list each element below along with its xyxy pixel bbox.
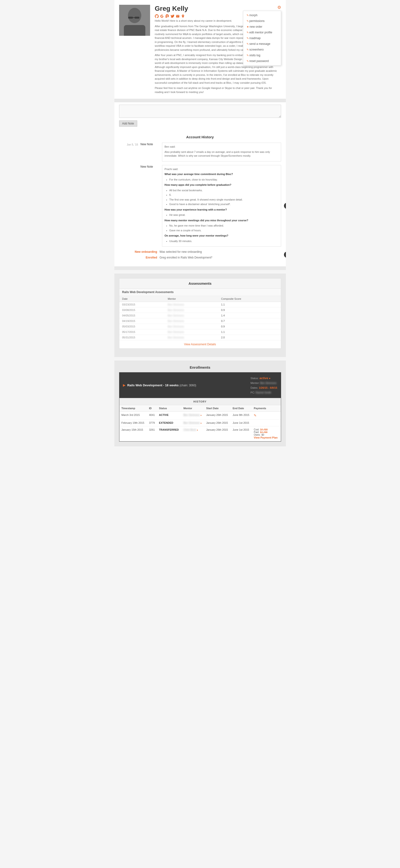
assessment-date: 05/31/2015 [119,335,165,340]
assessment-mentor: Ben Simmons [165,318,218,324]
github-icon[interactable] [155,14,159,19]
event-row-1: New onboarding Was selected for new onbo… [119,250,281,253]
history-author-2: Prachi said: [165,167,278,171]
row2-mentor: Ben Simmons ● [181,419,204,426]
view-assessment-details-link[interactable]: View Assessment Details [119,340,281,348]
th-end-date: End Date [231,405,252,411]
assessments-title: Assessments [119,279,281,288]
row3-payments: Cost: $4,499 Paid: $4,499 Owes: $0 View … [252,426,280,441]
divider-2 [114,266,286,270]
paid-value: $4,499 [260,431,268,434]
assessment-date: 03/23/2015 [119,302,165,307]
th-status: Status [157,405,181,411]
divider-1 [114,99,286,102]
dropdown-visits-log[interactable]: visits log [243,53,281,58]
enrollment-history-table: Timestamp ID Status Mentor Start Date En… [120,405,281,441]
dropdown-roadmap[interactable]: roadmap [243,35,281,41]
enrollment-history-row-2: February 19th 2015 3779 EXTENDED Ben Sim… [120,419,281,426]
history-author-1: Ben said: [165,145,278,149]
dropdown-screenhero[interactable]: screenhero [243,47,281,53]
dropdown-new-order[interactable]: new order [243,24,281,30]
assessment-mentor: Ben Simmons [165,302,218,307]
edit-icon-1[interactable]: ✎ [254,413,257,417]
skype-icon[interactable] [165,14,169,19]
assessment-date: 05/03/2015 [119,324,165,329]
a5-1: Usually 30 minutes. [169,239,278,243]
assessment-row: 03/23/2015 Ben Simmons 1.1 [119,302,281,307]
assessment-score: 1.1 [218,302,281,307]
account-history-section: Account History Jun 5, '15 New Note Ben … [114,130,286,266]
a2-1: All but the social bookmarks. [169,188,278,192]
enrollment-title: Rails Web Development - 18 weeks [127,383,179,387]
row1-status: ACTIVE [157,411,181,419]
note-textarea[interactable] [119,105,281,118]
dates-label: Dates: [251,386,259,389]
row1-payments: ✎ [252,411,280,419]
assessment-table: Date Mentor Composite Score 03/23/2015 B… [119,296,281,340]
assessment-row: 04/19/2015 Ben Simmons 0.7 [119,318,281,324]
assessments-section: Assessments Rails Web Development Assess… [114,274,286,353]
a2-3: The first one was great. It showed every… [169,198,278,202]
col-mentor: Mentor [165,296,218,302]
th-timestamp: Timestamp [120,405,147,411]
dropdown-send-message[interactable]: send a message [243,41,281,47]
assessment-score: 1.1 [218,329,281,335]
view-payment-plan-link[interactable]: View Payment Plan [254,436,277,439]
assessment-score: 0.9 [218,307,281,313]
paid-label: Paid: [254,431,259,434]
q1: What was your average time commitment du… [165,173,233,176]
assessment-row: 04/05/2015 Ben Simmons 1.4 [119,313,281,318]
row2-id: 3779 [147,419,157,426]
google-plus-icon[interactable] [160,14,164,19]
assessment-score: 2.0 [218,335,281,340]
col-score: Composite Score [218,296,281,302]
svg-rect-3 [128,17,133,19]
row2-payments [252,419,280,426]
assessment-date: 05/17/2015 [119,329,165,335]
a3-1: He was great. [169,213,278,217]
enrollments-title: Enrollments [119,365,281,369]
assessment-group-title: Rails Web Development Assessments [119,288,281,296]
divider-3 [114,353,286,357]
history-entry-1: Jun 5, '15 New Note Ben said: Also proba… [119,143,281,161]
assessment-mentor: Ben Simmons [165,324,218,329]
dropdown-edit-mentor-profile[interactable]: edit mentor profile [243,30,281,35]
cost-value: $4,499 [260,428,268,431]
history-table-header: HISTORY [120,398,281,405]
row2-timestamp: February 19th 2015 [120,419,147,426]
assessment-row: 05/31/2015 Ben Simmons 2.0 [119,335,281,340]
enrollment-program: ▶ Rails Web Development - 18 weeks (chai… [123,383,196,387]
cost-info: Cost: $4,499 Paid: $4,499 Owes: $0 View … [254,428,278,439]
assessment-mentor: Ben Simmons [165,329,218,335]
a2-2: 6. [169,193,278,197]
q3: How was your experience learning with a … [165,208,227,211]
map-pin-icon[interactable] [181,14,185,19]
dropdown-morph[interactable]: morph [243,12,281,18]
enrollment-status: active [260,376,268,380]
row3-timestamp: January 15th 2015 [120,426,147,441]
history-type-2: New Note [140,165,160,247]
row1-timestamp: March 3rd 2015 [120,411,147,419]
account-history-title: Account History [119,135,281,139]
dropdown-permissions[interactable]: permissions [243,18,281,24]
row1-id: 4041 [147,411,157,419]
dropdown-reset-password[interactable]: reset password [243,58,281,64]
a2-4: Good to have a disclaimer about 'stretch… [169,202,278,206]
th-mentor: Mentor [181,405,204,411]
event-label-1: New onboarding [119,250,157,253]
th-id: ID [147,405,157,411]
history-table-section: HISTORY 6 Timestamp ID Status Mentor Sta… [119,398,281,441]
enrollment-dates: 1/26/15 - 6/8/15 [259,386,277,389]
dropdown-menu: morph permissions new order edit mentor … [243,11,281,66]
assessment-row: 03/08/2015 Ben Simmons 0.9 [119,307,281,313]
status-label: Status: [251,377,260,380]
add-note-button[interactable]: Add Note [119,120,137,127]
gear-button[interactable]: ⚙ [277,5,281,10]
assessment-row: 05/03/2015 Ben Simmons 0.9 [119,324,281,329]
profile-section: Greg Kelly [114,0,286,99]
envelope-icon[interactable] [176,14,180,19]
row3-end: June 1st 2015 [231,426,252,441]
cost-label: Cost: [254,428,259,431]
event-text-2: Greg enrolled in Rails Web Development* [160,256,212,259]
twitter-icon[interactable] [171,14,174,19]
